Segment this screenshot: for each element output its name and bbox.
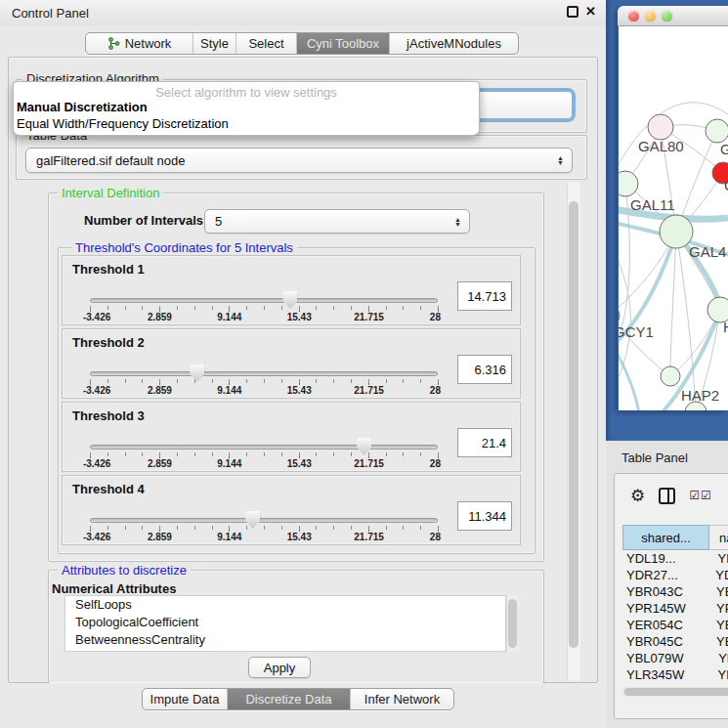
main-scrollbar[interactable] <box>567 183 580 681</box>
node-label: GAL4 <box>689 243 726 260</box>
threshold-3-value[interactable]: 21.4 <box>457 428 512 457</box>
tab-select[interactable]: Select <box>236 33 297 54</box>
number-of-intervals-label: Number of Intervals <box>84 213 203 228</box>
table-horizontal-scrollbar[interactable] <box>622 687 728 697</box>
slider-track[interactable] <box>90 518 438 523</box>
slider-tick-labels: -3.4262.859 9.14415.43 21.71528 <box>90 458 439 469</box>
column-header-shared[interactable]: shared... <box>622 525 709 550</box>
threshold-4-slider[interactable]: -3.4262.859 9.14415.43 21.71528 <box>90 513 438 542</box>
tab-network-label: Network <box>125 36 172 51</box>
network-icon <box>107 37 120 50</box>
table-row[interactable]: YBR043CYBR0 <box>622 583 728 600</box>
tab-select-label: Select <box>248 36 283 51</box>
node-label: C <box>724 177 728 193</box>
apply-button[interactable]: Apply <box>248 657 311 678</box>
network-window-titlebar[interactable] <box>618 6 728 26</box>
slider-track[interactable] <box>90 371 438 376</box>
threshold-1-label: Threshold 1 <box>72 262 145 277</box>
tab-discretize-data-label: Discretize Data <box>245 692 331 707</box>
tab-impute-data[interactable]: Impute Data <box>143 689 228 709</box>
attributes-list-scrollbar[interactable] <box>506 595 518 652</box>
network-node[interactable] <box>660 215 693 248</box>
column-header-name[interactable]: name <box>709 525 728 550</box>
network-canvas[interactable]: GAL80 GA C GAL11 GAL4 GCY1 H HAP2 <box>619 26 728 410</box>
tab-infer-network-label: Infer Network <box>364 692 440 707</box>
threshold-2-slider[interactable]: -3.4262.859 9.14415.43 21.71528 <box>90 366 438 396</box>
table-row[interactable]: YER054CYER0 <box>622 617 728 633</box>
screen: Control Panel ✕ Network Style <box>0 0 728 728</box>
list-item[interactable]: SelfLoops <box>65 596 505 614</box>
list-item[interactable]: BetweennessCentrality <box>65 631 505 649</box>
main-scrollbar-thumb[interactable] <box>569 201 578 648</box>
close-traffic-light-icon[interactable] <box>628 11 639 21</box>
threshold-1-value[interactable]: 14.713 <box>457 281 512 311</box>
table-row[interactable]: YBL079WYBL0 <box>622 650 728 666</box>
table-row[interactable]: YLR345WYLR3 <box>622 666 728 683</box>
node-label: H <box>723 319 728 335</box>
tab-jactivemnodules-label: jActiveMNodules <box>407 36 501 51</box>
close-icon[interactable]: ✕ <box>585 4 596 19</box>
gear-icon[interactable]: ⚙ <box>630 486 645 506</box>
network-node[interactable] <box>619 171 638 196</box>
combo-arrows-icon: ▲▼ <box>557 155 564 165</box>
attributes-list-scrollbar-thumb[interactable] <box>508 599 517 648</box>
node-label: GAL80 <box>638 138 684 154</box>
columns-icon[interactable] <box>659 488 675 504</box>
numerical-attributes-list[interactable]: SelfLoops TopologicalCoefficient Between… <box>64 595 506 652</box>
threshold-3-label: Threshold 3 <box>72 408 145 423</box>
threshold-1-slider[interactable]: -3.4262.859 9.14415.43 21.71528 <box>90 293 438 322</box>
threshold-2-value[interactable]: 6.316 <box>457 355 512 384</box>
float-window-icon[interactable] <box>567 6 578 18</box>
table-row[interactable]: YDL19...YDL1 <box>622 550 728 567</box>
tab-jactivemnodules[interactable]: jActiveMNodules <box>390 33 518 54</box>
threshold-4-box: Threshold 4 -3.4262.859 9.14415.43 21.71… <box>62 475 521 545</box>
control-panel: Control Panel ✕ Network Style <box>0 0 606 728</box>
tab-style[interactable]: Style <box>193 33 236 54</box>
network-node[interactable] <box>661 366 680 386</box>
threshold-4-value[interactable]: 11.344 <box>457 501 512 531</box>
number-of-intervals-combobox[interactable]: 5 ▲▼ <box>204 209 470 234</box>
popup-header: Select algorithm to view settings <box>14 82 479 100</box>
table-panel: Table Panel ⚙ ☑☑ shared... name YDL19...… <box>606 441 728 728</box>
minimize-traffic-light-icon[interactable] <box>645 11 656 21</box>
network-node[interactable] <box>706 119 728 143</box>
popup-item-manual[interactable]: Manual Discretization <box>14 100 479 116</box>
zoom-traffic-light-icon[interactable] <box>662 11 672 21</box>
tab-cyni-toolbox[interactable]: Cyni Toolbox <box>297 33 390 54</box>
node-label: GA <box>720 141 728 157</box>
threshold-2-label: Threshold 2 <box>72 335 145 350</box>
threshold-2-box: Threshold 2 -3.4262.859 9.14415.43 21.71… <box>62 328 521 399</box>
control-panel-titlebar: Control Panel ✕ <box>0 0 606 25</box>
table-header: shared... name <box>622 525 728 550</box>
tab-network[interactable]: Network <box>86 33 193 54</box>
thresholds-group-title: Threshold's Coordinates for 5 Intervals <box>71 240 297 255</box>
tab-discretize-data[interactable]: Discretize Data <box>228 689 351 709</box>
threshold-3-slider[interactable]: -3.4262.859 9.14415.43 21.71528 <box>90 440 438 469</box>
node-label: GAL11 <box>630 196 675 213</box>
threshold-4-label: Threshold 4 <box>72 482 145 496</box>
table-row[interactable]: YPR145WYPR1 <box>622 600 728 617</box>
interval-definition-title: Interval Definition <box>58 186 163 200</box>
bottom-tab-bar: Impute Data Discretize Data Infer Networ… <box>142 688 454 710</box>
network-view-window[interactable]: GAL80 GA C GAL11 GAL4 GCY1 H HAP2 <box>618 6 728 410</box>
number-of-intervals-value: 5 <box>215 214 222 229</box>
slider-track[interactable] <box>90 298 438 303</box>
table-data-value: galFiltered.sif default node <box>36 153 185 168</box>
slider-track[interactable] <box>90 445 438 450</box>
network-node[interactable] <box>648 114 673 140</box>
tab-infer-network[interactable]: Infer Network <box>351 689 453 709</box>
table-panel-title: Table Panel <box>621 450 688 465</box>
popup-item-equal-width[interactable]: Equal Width/Frequency Discretization <box>14 116 479 133</box>
table-row[interactable]: YDR27...YDR2 <box>622 567 728 583</box>
algorithm-dropdown-popup: Select algorithm to view settings Manual… <box>13 81 480 136</box>
table-data-combobox[interactable]: galFiltered.sif default node ▲▼ <box>25 148 573 173</box>
table-horizontal-scrollbar-thumb[interactable] <box>624 688 728 696</box>
select-columns-icon[interactable]: ☑☑ <box>689 489 712 502</box>
table-toolbar: ⚙ ☑☑ <box>615 474 728 517</box>
node-label: HAP2 <box>681 387 719 404</box>
attributes-group-title: Attributes to discretize <box>58 563 191 578</box>
list-item[interactable]: TopologicalCoefficient <box>65 614 505 631</box>
table-row[interactable]: YBR045CYBR0 <box>622 633 728 650</box>
network-graph: GAL80 GA C GAL11 GAL4 GCY1 H HAP2 <box>619 26 728 410</box>
combo-arrows-icon: ▲▼ <box>454 217 461 227</box>
